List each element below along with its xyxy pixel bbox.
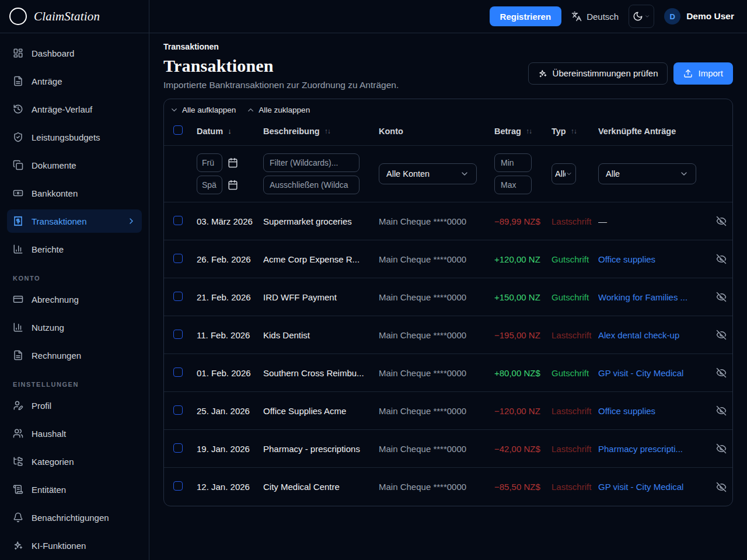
hide-transaction-button[interactable] [715,481,728,494]
sidebar-item-antraege[interactable]: Anträge [7,69,142,93]
import-button[interactable]: Import [673,62,733,85]
transaction-description: Southern Cross Reimbu... [263,368,379,378]
row-checkbox[interactable] [173,481,183,491]
row-checkbox[interactable] [173,330,183,339]
sidebar-item-ki-funktionen[interactable]: KI-Funktionen [7,534,142,557]
transaction-account: Main Cheque ****0000 [379,216,494,226]
linked-claim-link[interactable]: GP visit - City Medical [598,482,683,492]
link-transaction-button[interactable] [731,253,733,265]
sidebar-item-nutzung[interactable]: Nutzung [7,316,142,339]
transaction-date: 12. Jan. 2026 [197,482,263,492]
hide-transaction-button[interactable] [715,442,728,455]
transaction-row: 01. Feb. 2026Southern Cross Reimbu...Mai… [164,354,732,392]
expand-all-button[interactable]: Alle aufklappen [170,106,236,114]
column-header-datum[interactable]: Datum↓ [197,127,263,136]
transaction-account: Main Cheque ****0000 [379,330,494,340]
eye-off-icon [716,405,727,416]
brand[interactable]: ClaimStation [0,0,149,33]
sidebar-item-dashboard[interactable]: Dashboard [7,41,142,65]
link-transaction-button[interactable] [731,215,733,228]
collapse-all-button[interactable]: Alle zuklappen [246,106,310,114]
filter-exclude-input[interactable] [263,176,359,194]
link-transaction-button[interactable] [731,442,733,455]
sidebar-item-rechnungen[interactable]: Rechnungen [7,344,142,367]
link-transaction-button[interactable] [731,404,733,417]
theme-toggle-button[interactable] [629,5,654,28]
account-filter-select[interactable]: Alle Konten [379,163,477,184]
amount-max-input[interactable] [494,176,532,194]
column-header-beschreibung[interactable]: Beschreibung↑↓ [263,127,379,136]
hide-transaction-button[interactable] [715,366,728,379]
date-from-input[interactable] [197,153,222,172]
transaction-date: 03. März 2026 [197,216,263,226]
language-switcher[interactable]: Deutsch [571,11,619,22]
register-button[interactable]: Registrieren [490,6,562,26]
linked-claim-link[interactable]: Office supplies [598,254,655,264]
hide-transaction-button[interactable] [715,290,728,303]
row-checkbox[interactable] [173,254,183,263]
row-checkbox[interactable] [173,292,183,301]
transaction-row: 03. März 2026Supermarket groceriesMain C… [164,202,732,240]
column-header-typ[interactable]: Typ↑↓ [551,127,598,136]
column-header-betrag[interactable]: Betrag↑↓ [494,127,551,136]
sidebar-item-label: Profil [32,401,51,411]
calendar-icon[interactable] [228,180,238,190]
sidebar-item-abrechnung[interactable]: Abrechnung [7,288,142,311]
check-matches-button[interactable]: Übereinstimmungen prüfen [528,62,668,85]
sidebar-item-bankkonten[interactable]: Bankkonten [7,181,142,205]
history-icon [13,104,23,114]
transaction-type: Lastschrift [551,482,598,492]
sidebar-item-entitaeten[interactable]: Entitäten [7,478,142,501]
eye-off-icon [716,216,727,226]
select-all-checkbox[interactable] [173,125,183,135]
transaction-linked-claim: GP visit - City Medical [598,368,715,378]
sidebar-item-label: Berichte [32,244,64,254]
hide-transaction-button[interactable] [715,253,728,265]
sidebar-item-kategorien[interactable]: Kategorien [7,450,142,473]
row-actions [715,404,733,417]
row-checkbox[interactable] [173,443,183,453]
hide-transaction-button[interactable] [715,215,728,228]
chevron-down-icon [679,169,689,178]
transaction-amount: −85,50 NZ$ [494,482,551,492]
linked-claim-link[interactable]: Working for Families ... [598,292,687,302]
sidebar-item-dokumente[interactable]: Dokumente [7,153,142,177]
linked-filter-select[interactable]: Alle [598,163,696,184]
link-transaction-button[interactable] [731,481,733,494]
sidebar-item-haushalt[interactable]: Haushalt [7,422,142,445]
linked-claim-link[interactable]: GP visit - City Medical [598,368,683,378]
row-checkbox[interactable] [173,368,183,377]
calendar-icon [228,180,238,190]
transaction-linked-claim: Office supplies [598,406,715,416]
sidebar-item-leistungsbudgets[interactable]: Leistungsbudgets [7,125,142,149]
linked-claim-link[interactable]: Alex dental check-up [598,330,679,340]
user-menu[interactable]: D Demo User [664,8,734,24]
link-transaction-button[interactable] [731,366,733,379]
date-to-input[interactable] [197,176,222,194]
chevron-down-icon [170,106,179,114]
hide-transaction-button[interactable] [715,328,728,341]
sidebar-item-antraege-verlauf[interactable]: Anträge-Verlauf [7,97,142,121]
page-content: Transaktionen Transaktionen Importierte … [149,33,747,506]
transaction-description: Supermarket groceries [263,216,379,226]
linked-claim-empty: — [598,216,607,226]
row-actions [715,215,733,228]
transaction-date: 19. Jan. 2026 [197,444,263,454]
calendar-icon[interactable] [228,158,238,168]
row-checkbox[interactable] [173,405,183,415]
type-filter-select[interactable]: Alle [551,163,576,184]
sidebar-item-benachrichtigungen[interactable]: Benachrichtigungen [7,506,142,529]
link-transaction-button[interactable] [731,290,733,303]
user-pen-icon [13,400,23,411]
sidebar-item-profil[interactable]: Profil [7,394,142,417]
transaction-description: Acme Corp Expense R... [263,254,379,264]
link-transaction-button[interactable] [731,328,733,341]
filter-include-input[interactable] [263,153,359,172]
sidebar-item-transaktionen[interactable]: Transaktionen [7,209,142,233]
linked-claim-link[interactable]: Office supplies [598,406,655,416]
sidebar-item-berichte[interactable]: Berichte [7,237,142,261]
amount-min-input[interactable] [494,153,532,172]
row-checkbox[interactable] [173,216,183,225]
linked-claim-link[interactable]: Pharmacy prescripti... [598,444,683,454]
hide-transaction-button[interactable] [715,404,728,417]
